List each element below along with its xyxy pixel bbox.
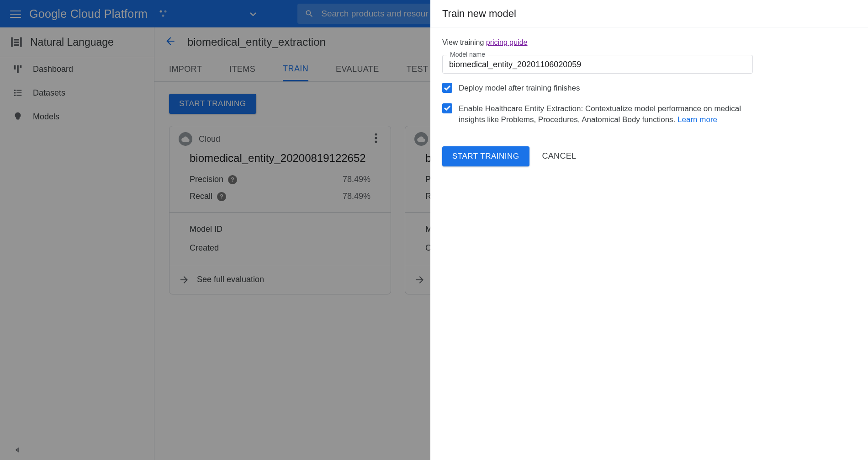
train-model-panel: Train new model View training pricing gu… [430,0,868,460]
model-name-field[interactable]: Model name [442,55,753,74]
model-name-label: Model name [447,51,488,58]
learn-more-link[interactable]: Learn more [677,115,717,124]
healthcare-label: Enable Healthcare Entity Extraction: Con… [459,103,751,126]
pricing-guide-text: View training pricing guide [442,38,856,47]
cancel-button[interactable]: CANCEL [542,151,577,161]
model-name-input[interactable] [449,60,746,70]
panel-title: Train new model [430,0,868,27]
deploy-checkbox[interactable] [442,83,452,93]
healthcare-checkbox[interactable] [442,103,452,113]
pricing-guide-link[interactable]: pricing guide [486,38,528,46]
deploy-label: Deploy model after training finishes [459,83,580,94]
dialog-start-training-button[interactable]: START TRAINING [442,146,529,166]
